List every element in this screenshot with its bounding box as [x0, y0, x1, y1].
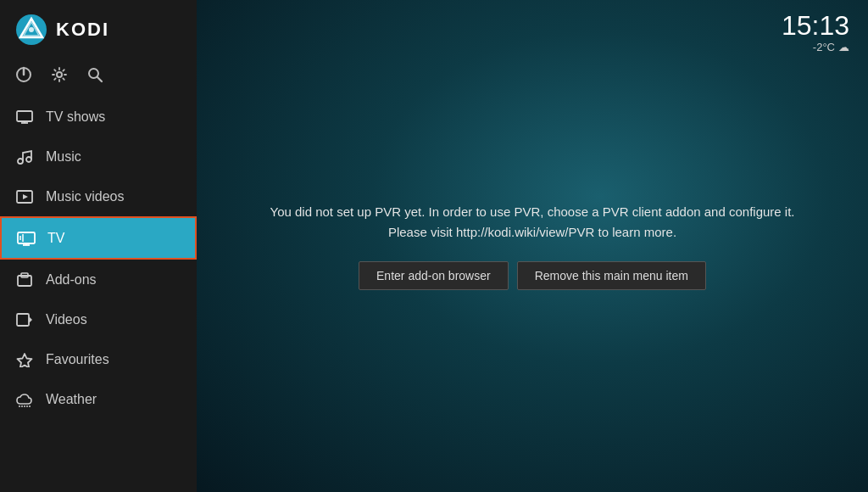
svg-rect-23: [17, 314, 29, 326]
kodi-logo-icon: [15, 14, 47, 46]
nav-item-tv-shows[interactable]: TV shows: [0, 97, 197, 137]
nav-item-weather[interactable]: Weather: [0, 379, 197, 419]
music-icon: [15, 148, 34, 165]
power-icon: [15, 66, 32, 83]
pvr-line1: You did not set up PVR yet. In order to …: [270, 204, 795, 219]
app-title: KODI: [56, 19, 109, 41]
nav-item-favourites[interactable]: Favourites: [0, 339, 197, 379]
clock-weather: -2°C ☁: [782, 41, 849, 53]
music-videos-label: Music videos: [46, 189, 124, 204]
svg-point-6: [57, 72, 62, 77]
weather-cloud-icon: ☁: [838, 41, 849, 53]
weather-icon: [15, 390, 34, 408]
svg-line-8: [97, 77, 102, 81]
svg-point-13: [26, 157, 31, 162]
pvr-buttons: Enter add-on browser Remove this main me…: [359, 261, 706, 290]
videos-icon: [15, 310, 34, 328]
nav-item-music[interactable]: Music: [0, 137, 197, 176]
clock-area: 15:13 -2°C ☁: [782, 12, 849, 53]
power-button[interactable]: [15, 66, 32, 83]
enter-addon-browser-button[interactable]: Enter add-on browser: [359, 261, 509, 290]
svg-point-3: [29, 27, 34, 32]
temperature: -2°C: [813, 41, 835, 53]
system-icons-bar: [0, 59, 197, 97]
tv-shows-icon: [15, 108, 34, 126]
pvr-line2: Please visit http://kodi.wiki/view/PVR t…: [388, 225, 676, 239]
music-videos-icon: [15, 187, 34, 205]
pvr-message-text: You did not set up PVR yet. In order to …: [270, 202, 795, 243]
svg-marker-24: [29, 316, 32, 323]
videos-label: Videos: [46, 312, 87, 327]
app-header: KODI: [0, 0, 197, 59]
svg-marker-25: [18, 354, 32, 367]
nav-item-addons[interactable]: Add-ons: [0, 260, 197, 299]
search-icon: [86, 66, 103, 83]
settings-icon: [51, 66, 68, 83]
svg-rect-9: [17, 111, 32, 121]
tv-shows-label: TV shows: [46, 109, 105, 125]
nav-item-tv[interactable]: TV: [0, 216, 197, 260]
nav-item-music-videos[interactable]: Music videos: [0, 176, 197, 216]
addons-icon: [15, 271, 34, 288]
favourites-icon: [15, 350, 34, 368]
remove-menu-item-button[interactable]: Remove this main menu item: [517, 261, 706, 290]
favourites-label: Favourites: [46, 352, 109, 367]
clock-time: 15:13: [782, 12, 849, 39]
nav-item-videos[interactable]: Videos: [0, 299, 197, 339]
tv-icon: [17, 229, 36, 247]
pvr-message-area: You did not set up PVR yet. In order to …: [236, 185, 829, 307]
main-content: 15:13 -2°C ☁ You did not set up PVR yet.…: [197, 0, 868, 492]
svg-marker-15: [23, 194, 28, 199]
weather-label: Weather: [46, 392, 97, 407]
sidebar: KODI TV shows: [0, 0, 197, 492]
search-button[interactable]: [86, 66, 103, 83]
addons-label: Add-ons: [46, 272, 97, 288]
tv-label: TV: [47, 231, 64, 246]
music-label: Music: [46, 149, 81, 165]
main-nav: TV shows Music Music videos TV: [0, 97, 197, 492]
settings-button[interactable]: [51, 66, 68, 83]
